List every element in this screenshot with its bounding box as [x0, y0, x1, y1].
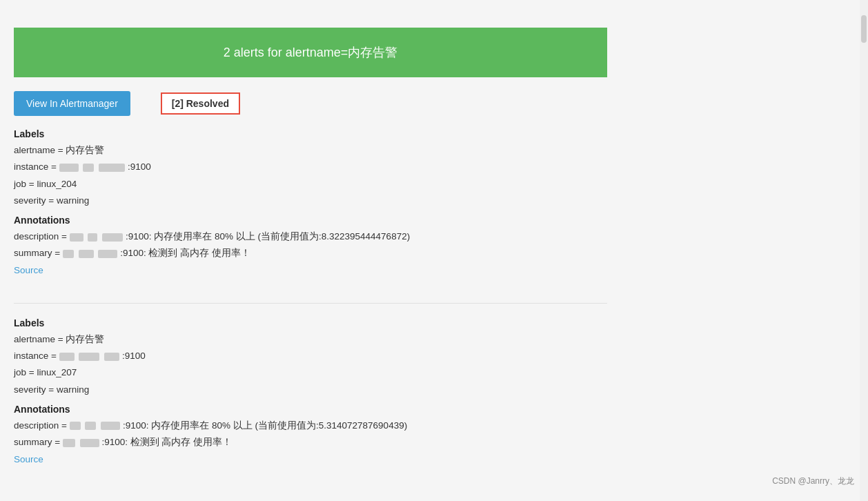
- redacted-2s2: [80, 439, 99, 447]
- watermark: CSDN @Janrry、龙龙: [772, 475, 854, 487]
- alert-header-title: 2 alerts for alertname=内存告警: [224, 46, 398, 59]
- alert-2-description: description = :9100: 内存使用率在 80% 以上 (当前使用…: [14, 418, 607, 434]
- alert-1-job: job = linux_204: [14, 176, 607, 193]
- alert-1-annotations-heading: Annotations: [14, 215, 607, 226]
- redacted-2c: [104, 353, 119, 361]
- alert-1-source-link[interactable]: Source: [14, 265, 43, 275]
- alert-2-severity: severity = warning: [14, 382, 607, 398]
- view-alertmanager-button[interactable]: View In Alertmanager: [14, 91, 130, 116]
- redacted-s2: [79, 250, 94, 258]
- alert-2-summary: summary = :9100: 检测到 高内存 使用率！: [14, 434, 607, 451]
- alert-2-alertname: alertname = 内存告警: [14, 331, 607, 348]
- scrollbar-thumb[interactable]: [861, 15, 867, 43]
- alert-2-source-link[interactable]: Source: [14, 454, 43, 464]
- redacted-2s1: [63, 439, 75, 447]
- alert-1-instance: instance = :9100: [14, 159, 607, 175]
- alert-1: Labels alertname = 内存告警 instance = :9100…: [14, 128, 607, 286]
- redacted-d1: [70, 233, 83, 242]
- alert-1-summary: summary = :9100: 检测到 高内存 使用率！: [14, 245, 607, 262]
- redacted-2d3: [101, 422, 120, 430]
- redacted-2d2: [85, 422, 96, 430]
- redacted-2b: [79, 353, 99, 361]
- alert-1-alertname: alertname = 内存告警: [14, 142, 607, 159]
- redacted-2d1: [70, 422, 81, 430]
- alert-divider: [14, 303, 607, 304]
- alert-header-banner: 2 alerts for alertname=内存告警: [14, 28, 607, 77]
- alert-1-block: Labels alertname = 内存告警 instance = :9100…: [0, 128, 621, 475]
- alert-2: Labels alertname = 内存告警 instance = :9100…: [14, 317, 607, 475]
- redacted-1: [59, 164, 79, 172]
- scrollbar[interactable]: [860, 0, 868, 501]
- alert-1-severity: severity = warning: [14, 193, 607, 209]
- redacted-d2: [88, 233, 97, 242]
- redacted-d3: [102, 233, 123, 242]
- alert-2-job: job = linux_207: [14, 364, 607, 381]
- redacted-2: [83, 164, 94, 172]
- redacted-s3: [98, 250, 117, 258]
- alert-2-labels-heading: Labels: [14, 317, 607, 328]
- redacted-s1: [63, 250, 74, 258]
- redacted-3: [99, 164, 125, 172]
- redacted-2a: [59, 353, 75, 361]
- alert-1-description: description = :9100: 内存使用率在 80% 以上 (当前使用…: [14, 228, 607, 245]
- resolved-badge: [2] Resolved: [161, 92, 240, 115]
- alert-2-annotations-heading: Annotations: [14, 404, 607, 415]
- alert-2-instance: instance = :9100: [14, 348, 607, 364]
- alert-1-labels-heading: Labels: [14, 128, 607, 139]
